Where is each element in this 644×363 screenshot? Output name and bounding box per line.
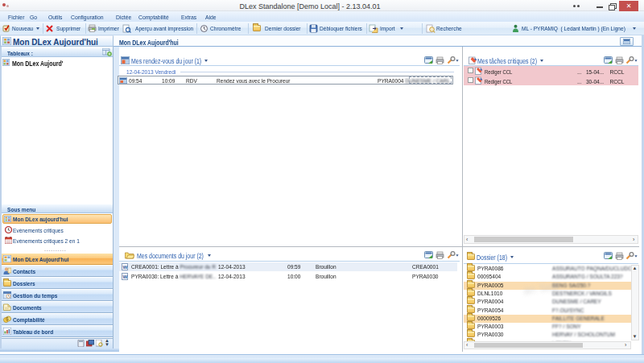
svg-text:$: $	[6, 316, 9, 321]
